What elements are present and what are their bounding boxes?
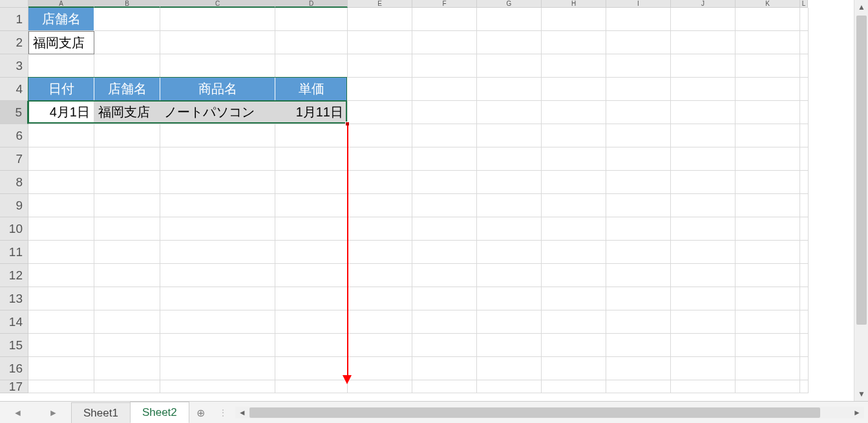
cell-A11[interactable] bbox=[28, 241, 94, 264]
tab-add-button[interactable]: ⊕ bbox=[189, 403, 213, 423]
cell-K5[interactable] bbox=[736, 101, 800, 124]
cell-J14[interactable] bbox=[671, 310, 736, 334]
cell-D5[interactable]: 1月11日 bbox=[275, 101, 348, 124]
cell-E13[interactable] bbox=[348, 287, 412, 310]
cell-E16[interactable] bbox=[348, 357, 412, 380]
cell-B3[interactable] bbox=[94, 54, 160, 78]
col-header-B[interactable]: B bbox=[94, 0, 160, 8]
cell-J5[interactable] bbox=[671, 101, 736, 124]
tab-nav-next-icon[interactable]: ► bbox=[49, 407, 58, 418]
cell-K6[interactable] bbox=[736, 124, 800, 147]
col-header-F[interactable]: F bbox=[412, 0, 477, 8]
cell-J12[interactable] bbox=[671, 264, 736, 287]
cell-F1[interactable] bbox=[412, 8, 477, 31]
cell-K17[interactable] bbox=[736, 380, 800, 393]
row-header-12[interactable]: 12 bbox=[0, 264, 28, 287]
col-header-I[interactable]: I bbox=[606, 0, 671, 8]
cell-I15[interactable] bbox=[606, 334, 671, 357]
cell-A1[interactable]: 店舗名 bbox=[28, 8, 94, 31]
row-header-15[interactable]: 15 bbox=[0, 334, 28, 357]
cell-I5[interactable] bbox=[606, 101, 671, 124]
cell-D9[interactable] bbox=[275, 194, 348, 217]
cell-J17[interactable] bbox=[671, 380, 736, 393]
cell-B15[interactable] bbox=[94, 334, 160, 357]
cell-B1[interactable] bbox=[94, 8, 160, 31]
cell-J15[interactable] bbox=[671, 334, 736, 357]
cell-H14[interactable] bbox=[542, 310, 606, 334]
cell-A13[interactable] bbox=[28, 287, 94, 310]
tab-nav-prev-icon[interactable]: ◄ bbox=[14, 407, 23, 418]
cell-C1[interactable] bbox=[160, 8, 275, 31]
vertical-scroll-thumb[interactable] bbox=[856, 16, 867, 325]
cell-A14[interactable] bbox=[28, 310, 94, 334]
cell-H8[interactable] bbox=[542, 171, 606, 194]
cell-B17[interactable] bbox=[94, 380, 160, 393]
scroll-down-button[interactable]: ▼ bbox=[854, 387, 868, 401]
cell-L16[interactable] bbox=[800, 357, 809, 380]
cell-F16[interactable] bbox=[412, 357, 477, 380]
cell-I12[interactable] bbox=[606, 264, 671, 287]
cell-H12[interactable] bbox=[542, 264, 606, 287]
cell-H11[interactable] bbox=[542, 241, 606, 264]
cell-K10[interactable] bbox=[736, 217, 800, 241]
cell-E3[interactable] bbox=[348, 54, 412, 78]
row-header-9[interactable]: 9 bbox=[0, 194, 28, 217]
cell-C16[interactable] bbox=[160, 357, 275, 380]
cell-L10[interactable] bbox=[800, 217, 809, 241]
cell-E8[interactable] bbox=[348, 171, 412, 194]
cell-C7[interactable] bbox=[160, 147, 275, 171]
cell-H2[interactable] bbox=[542, 31, 606, 54]
row-header-4[interactable]: 4 bbox=[0, 78, 28, 101]
cell-G4[interactable] bbox=[477, 78, 542, 101]
cell-D11[interactable] bbox=[275, 241, 348, 264]
cell-J3[interactable] bbox=[671, 54, 736, 78]
col-header-L[interactable]: L bbox=[800, 0, 808, 8]
cell-B2[interactable] bbox=[94, 31, 160, 54]
cell-C13[interactable] bbox=[160, 287, 275, 310]
scroll-up-button[interactable]: ▲ bbox=[854, 0, 868, 14]
cell-L7[interactable] bbox=[800, 147, 809, 171]
row-header-17[interactable]: 17 bbox=[0, 380, 28, 393]
cell-L4[interactable] bbox=[800, 78, 809, 101]
cell-B12[interactable] bbox=[94, 264, 160, 287]
cell-D13[interactable] bbox=[275, 287, 348, 310]
cell-B10[interactable] bbox=[94, 217, 160, 241]
cell-C12[interactable] bbox=[160, 264, 275, 287]
cell-A5[interactable]: 4月1日 bbox=[28, 101, 94, 124]
col-header-E[interactable]: E bbox=[348, 0, 412, 8]
cell-G1[interactable] bbox=[477, 8, 542, 31]
cell-E4[interactable] bbox=[348, 78, 412, 101]
cell-D14[interactable] bbox=[275, 310, 348, 334]
cell-L8[interactable] bbox=[800, 171, 809, 194]
cell-E12[interactable] bbox=[348, 264, 412, 287]
cell-A2[interactable]: 福岡支店 bbox=[28, 31, 94, 54]
cell-I1[interactable] bbox=[606, 8, 671, 31]
cell-J16[interactable] bbox=[671, 357, 736, 380]
cell-D7[interactable] bbox=[275, 147, 348, 171]
cell-K12[interactable] bbox=[736, 264, 800, 287]
cell-A17[interactable] bbox=[28, 380, 94, 393]
select-all-corner[interactable] bbox=[0, 0, 28, 8]
hscroll-track[interactable] bbox=[249, 407, 850, 418]
cell-D17[interactable] bbox=[275, 380, 348, 393]
cell-H16[interactable] bbox=[542, 357, 606, 380]
cell-L9[interactable] bbox=[800, 194, 809, 217]
cell-H6[interactable] bbox=[542, 124, 606, 147]
scroll-left-button[interactable]: ◄ bbox=[235, 407, 249, 418]
cell-D1[interactable] bbox=[275, 8, 348, 31]
cell-F3[interactable] bbox=[412, 54, 477, 78]
tab-sheet2[interactable]: Sheet2 bbox=[130, 402, 189, 423]
cell-J11[interactable] bbox=[671, 241, 736, 264]
cell-H15[interactable] bbox=[542, 334, 606, 357]
cell-K11[interactable] bbox=[736, 241, 800, 264]
tab-sheet1[interactable]: Sheet1 bbox=[71, 402, 131, 423]
cell-B8[interactable] bbox=[94, 171, 160, 194]
row-header-7[interactable]: 7 bbox=[0, 147, 28, 171]
cell-C4[interactable]: 商品名 bbox=[160, 78, 275, 101]
cell-F17[interactable] bbox=[412, 380, 477, 393]
cell-C14[interactable] bbox=[160, 310, 275, 334]
cell-F5[interactable] bbox=[412, 101, 477, 124]
cell-A9[interactable] bbox=[28, 194, 94, 217]
cell-E9[interactable] bbox=[348, 194, 412, 217]
cell-D2[interactable] bbox=[275, 31, 348, 54]
